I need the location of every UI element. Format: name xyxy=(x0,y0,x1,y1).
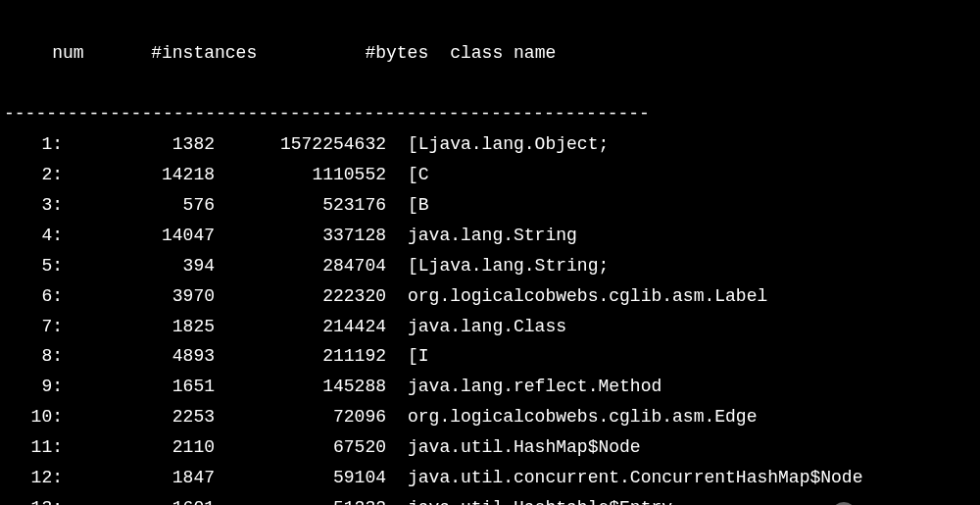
table-row: 12:184759104java.util.concurrent.Concurr… xyxy=(4,463,976,493)
table-row: 7:1825214424java.lang.Class xyxy=(4,312,976,342)
cell-instances: 14047 xyxy=(63,221,215,251)
table-row: 1:13821572254632[Ljava.lang.Object; xyxy=(4,129,976,160)
cell-instances: 4893 xyxy=(63,341,215,372)
cell-bytes: 1572254632 xyxy=(215,129,386,160)
cell-bytes: 145288 xyxy=(215,372,386,402)
cell-bytes: 59104 xyxy=(215,463,386,493)
cell-num: 1: xyxy=(4,129,63,160)
cell-bytes: 67520 xyxy=(215,432,386,463)
table-row: 10:225372096org.logicalcobwebs.cglib.asm… xyxy=(4,402,976,432)
cell-class-name: java.util.Hashtable$Entry xyxy=(386,493,672,505)
table-row: 6:3970222320org.logicalcobwebs.cglib.asm… xyxy=(4,281,976,312)
header-num: num xyxy=(46,38,105,69)
cell-class-name: java.lang.reflect.Method xyxy=(386,372,662,402)
cell-bytes: 337128 xyxy=(215,221,386,251)
table-row: 5:394284704[Ljava.lang.String; xyxy=(4,251,976,281)
cell-num: 2: xyxy=(4,160,63,190)
table-row: 8:4893211192[I xyxy=(4,341,976,372)
cell-bytes: 222320 xyxy=(215,281,386,312)
cell-instances: 3970 xyxy=(63,281,215,312)
cell-instances: 394 xyxy=(63,251,215,281)
cell-bytes: 523176 xyxy=(215,190,386,221)
cell-bytes: 211192 xyxy=(215,341,386,372)
cell-num: 4: xyxy=(4,221,63,251)
table-row: 13:160151232java.util.Hashtable$Entry xyxy=(4,493,976,505)
cell-instances: 576 xyxy=(63,190,215,221)
cell-num: 6: xyxy=(4,281,63,312)
cell-instances: 1847 xyxy=(63,463,215,493)
table-row: 2:142181110552[C xyxy=(4,160,976,190)
table-header: num#instances#bytesclass name xyxy=(4,8,976,99)
cell-class-name: java.util.HashMap$Node xyxy=(386,432,641,463)
header-bytes: #bytes xyxy=(257,38,428,69)
cell-class-name: java.util.concurrent.ConcurrentHashMap$N… xyxy=(386,463,862,493)
cell-instances: 2253 xyxy=(63,402,215,432)
cell-instances: 1825 xyxy=(63,312,215,342)
cell-instances: 1651 xyxy=(63,372,215,402)
cell-num: 13: xyxy=(4,493,63,505)
cell-class-name: [Ljava.lang.String; xyxy=(386,251,609,281)
table-row: 9:1651145288java.lang.reflect.Method xyxy=(4,372,976,402)
cell-instances: 1382 xyxy=(63,129,215,160)
cell-class-name: java.lang.String xyxy=(386,221,577,251)
table-row: 3:576523176[B xyxy=(4,190,976,221)
header-instances: #instances xyxy=(105,38,257,69)
cell-instances: 14218 xyxy=(63,160,215,190)
cell-class-name: [B xyxy=(386,190,429,221)
table-body: 1:13821572254632[Ljava.lang.Object;2:142… xyxy=(4,129,976,505)
cell-num: 9: xyxy=(4,372,63,402)
cell-bytes: 72096 xyxy=(215,402,386,432)
cell-bytes: 284704 xyxy=(215,251,386,281)
cell-class-name: [I xyxy=(386,341,429,372)
cell-num: 8: xyxy=(4,341,63,372)
cell-class-name: org.logicalcobwebs.cglib.asm.Label xyxy=(386,281,767,312)
cell-num: 5: xyxy=(4,251,63,281)
cell-class-name: [C xyxy=(386,160,429,190)
cell-bytes: 1110552 xyxy=(215,160,386,190)
cell-num: 7: xyxy=(4,312,63,342)
cell-class-name: [Ljava.lang.Object; xyxy=(386,129,609,160)
cell-instances: 2110 xyxy=(63,432,215,463)
cell-num: 11: xyxy=(4,432,63,463)
terminal-output: num#instances#bytesclass name ----------… xyxy=(0,0,980,505)
cell-bytes: 51232 xyxy=(215,493,386,505)
cell-num: 10: xyxy=(4,402,63,432)
cell-num: 12: xyxy=(4,463,63,493)
table-row: 11:211067520java.util.HashMap$Node xyxy=(4,432,976,463)
header-divider: ----------------------------------------… xyxy=(4,99,976,129)
table-row: 4:14047337128java.lang.String xyxy=(4,221,976,251)
cell-class-name: org.logicalcobwebs.cglib.asm.Edge xyxy=(386,402,757,432)
cell-class-name: java.lang.Class xyxy=(386,312,566,342)
cell-num: 3: xyxy=(4,190,63,221)
header-class-name: class name xyxy=(428,38,556,69)
cell-bytes: 214424 xyxy=(215,312,386,342)
cell-instances: 1601 xyxy=(63,493,215,505)
